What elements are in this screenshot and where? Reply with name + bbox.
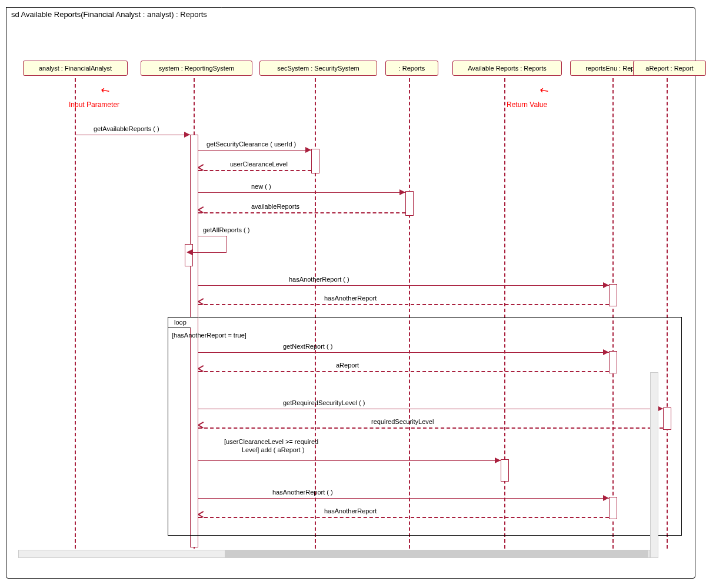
msg-getAllReports — [198, 236, 227, 236]
annotation-return: Return Value — [507, 101, 547, 109]
msg-label: getRequiredSecurityLevel ( ) — [283, 399, 365, 406]
msg-label: [userClearanceLevel >= required — [224, 438, 318, 445]
arrow-icon — [603, 495, 609, 501]
msg-label: getAvailableReports ( ) — [94, 125, 159, 132]
msg-label: aReport — [336, 362, 359, 369]
lifeline-analyst[interactable]: analyst : FinancialAnalyst — [23, 61, 128, 76]
arrow-icon — [184, 132, 190, 138]
msg-getNextReport — [198, 352, 609, 353]
lifeline-sec[interactable]: secSystem : SecuritySystem — [259, 61, 377, 76]
lifeline-line-analyst — [75, 78, 76, 549]
msg-getAvailableReports — [76, 135, 190, 135]
arrow-icon — [198, 209, 204, 215]
arrow-icon: ↖ — [537, 83, 551, 99]
return-userClearanceLevel — [198, 170, 311, 171]
msg-label: hasAnotherReport ( ) — [289, 276, 349, 283]
lifeline-reports[interactable]: : Reports — [385, 61, 438, 76]
self-call-vline — [227, 236, 227, 252]
arrow-icon — [495, 457, 501, 463]
arrow-icon — [198, 301, 204, 307]
msg-label: getNextReport ( ) — [283, 343, 332, 350]
activation-enu-1 — [609, 284, 617, 306]
frame-title: sd Available Reports(Financial Analyst :… — [6, 7, 222, 22]
return-requiredSecurityLevel — [198, 427, 663, 429]
msg-label: hasAnotherReport — [324, 295, 377, 302]
return-hasAnotherReport-2 — [198, 517, 609, 518]
msg-label: availableReports — [251, 203, 299, 210]
arrow-icon — [198, 425, 204, 430]
msg-add — [198, 460, 501, 461]
activation-system-self — [185, 244, 193, 266]
msg-getSecurityClearance — [198, 150, 311, 151]
activation-sec — [311, 149, 319, 173]
msg-label: requiredSecurityLevel — [371, 418, 434, 425]
msg-new — [198, 192, 405, 193]
scrollbar-thumb[interactable] — [225, 550, 648, 557]
lifeline-areport[interactable]: aReport : Report — [633, 61, 706, 76]
msg-label: hasAnotherReport — [324, 507, 377, 514]
arrow-icon — [603, 282, 609, 288]
scrollbar-vertical[interactable] — [650, 372, 658, 558]
return-aReport — [198, 371, 609, 372]
sequence-diagram-frame: sd Available Reports(Financial Analyst :… — [6, 7, 695, 579]
msg-label: userClearanceLevel — [230, 161, 288, 168]
msg-label: new ( ) — [251, 183, 271, 190]
msg-label: hasAnotherReport ( ) — [272, 489, 333, 496]
msg-label: Level] add ( aReport ) — [242, 446, 304, 453]
arrow-icon — [305, 147, 311, 153]
return-hasAnotherReport-1 — [198, 304, 609, 305]
arrow-icon — [198, 368, 204, 374]
msg-hasAnotherReport-2 — [198, 498, 609, 499]
arrow-icon — [603, 349, 609, 355]
loop-guard: [hasAnotherReport = true] — [172, 332, 247, 339]
arrow-icon — [198, 167, 204, 173]
loop-label: loop — [168, 317, 199, 328]
arrow-icon: ↖ — [98, 83, 112, 99]
activation-reports — [405, 191, 414, 216]
lifeline-avail[interactable]: Available Reports : Reports — [452, 61, 562, 76]
annotation-input: Input Parameter — [69, 101, 119, 109]
return-availableReports — [198, 212, 405, 213]
lifeline-system[interactable]: system : ReportingSystem — [141, 61, 252, 76]
arrow-icon — [187, 249, 192, 255]
arrow-icon — [399, 189, 405, 195]
msg-label: getAllReports ( ) — [203, 226, 249, 233]
msg-label: getSecurityClearance ( userId ) — [207, 141, 296, 148]
self-call-back — [192, 252, 227, 253]
msg-hasAnotherReport-1 — [198, 285, 609, 286]
msg-getRequiredSecurityLevel — [198, 409, 663, 409]
scrollbar-horizontal[interactable] — [18, 550, 650, 558]
arrow-icon — [198, 514, 204, 520]
